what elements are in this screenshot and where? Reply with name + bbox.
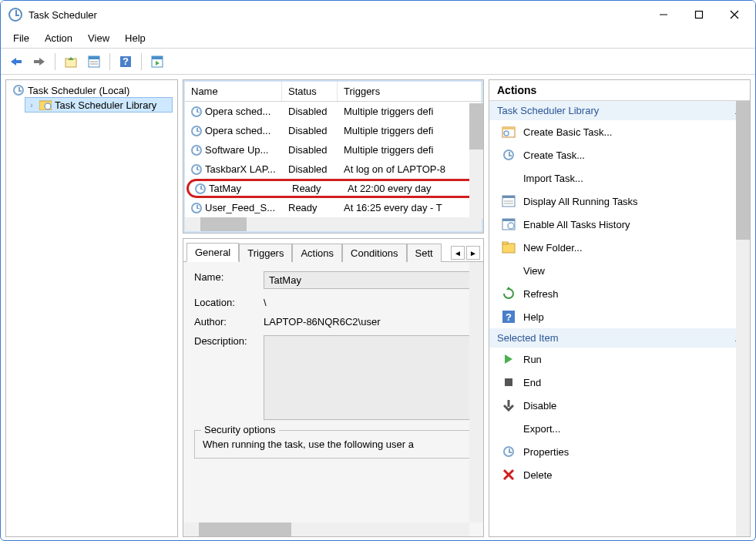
action-new-folder[interactable]: New Folder... <box>489 236 750 259</box>
details-vscroll[interactable] <box>469 262 483 523</box>
tree-pane: Task Scheduler (Local) › Task Scheduler … <box>5 79 178 537</box>
tree-root-label: Task Scheduler (Local) <box>28 85 129 96</box>
create-task-icon <box>502 148 516 162</box>
export-icon <box>502 422 516 435</box>
task-list-vscroll[interactable] <box>469 103 483 219</box>
action-run[interactable]: Run <box>489 348 750 371</box>
tab-nav-left[interactable]: ◄ <box>451 246 465 260</box>
action-refresh[interactable]: Refresh <box>489 282 750 305</box>
tab-nav-right[interactable]: ► <box>466 246 480 260</box>
action-help[interactable]: ? Help <box>489 305 750 328</box>
stop-icon <box>502 375 516 389</box>
properties-icon <box>502 445 516 459</box>
actions-vscroll[interactable] <box>736 101 750 536</box>
action-end[interactable]: End <box>489 371 750 394</box>
tree-library-label: Task Scheduler Library <box>55 99 156 111</box>
description-field[interactable] <box>264 335 472 420</box>
tab-actions[interactable]: Actions <box>292 244 342 262</box>
svg-point-16 <box>45 103 51 109</box>
location-value: \ <box>264 297 472 308</box>
disable-icon <box>502 398 516 412</box>
window-title: Task Scheduler <box>29 9 646 21</box>
view-icon <box>502 264 516 277</box>
security-legend: Security options <box>201 424 279 435</box>
action-enable-history[interactable]: Enable All Tasks History <box>489 213 750 236</box>
help-button[interactable]: ? <box>115 52 136 72</box>
run-button[interactable] <box>146 52 168 72</box>
security-options-group: Security options When running the task, … <box>194 430 472 459</box>
task-icon <box>191 164 202 175</box>
svg-rect-25 <box>502 219 515 221</box>
clock-icon <box>12 84 25 96</box>
col-triggers[interactable]: Triggers <box>338 82 482 101</box>
svg-rect-21 <box>502 196 515 198</box>
menu-action[interactable]: Action <box>37 30 80 46</box>
task-row[interactable]: Opera sched... Disabled Multiple trigger… <box>185 121 482 140</box>
back-button[interactable] <box>5 52 27 72</box>
col-status[interactable]: Status <box>282 82 338 101</box>
toolbar: ? <box>1 49 755 75</box>
security-text: When running the task, use the following… <box>203 439 464 450</box>
task-details: General Triggers Actions Conditions Sett… <box>183 238 484 537</box>
wizard-icon <box>502 125 516 139</box>
actions-section-selected[interactable]: Selected Item ▲ <box>489 328 750 348</box>
action-delete[interactable]: Delete <box>489 463 750 486</box>
description-label: Description: <box>194 335 264 422</box>
tab-triggers[interactable]: Triggers <box>239 244 292 262</box>
task-list-header: Name Status Triggers <box>185 82 482 102</box>
menu-view[interactable]: View <box>80 30 117 46</box>
help-icon: ? <box>502 310 516 324</box>
task-list-hscroll[interactable] <box>185 217 482 231</box>
up-button[interactable] <box>60 52 82 72</box>
action-disable[interactable]: Disable <box>489 394 750 417</box>
main-area: Task Scheduler (Local) › Task Scheduler … <box>1 75 755 541</box>
expand-icon[interactable]: › <box>27 101 36 109</box>
action-view[interactable]: View ▶ <box>489 259 750 282</box>
task-row[interactable]: TaskbarX LAP... Disabled At log on of LA… <box>185 160 482 179</box>
action-create-basic-task[interactable]: Create Basic Task... <box>489 120 750 143</box>
center-pane: Name Status Triggers Opera sched... Disa… <box>183 79 484 537</box>
task-row-highlighted[interactable]: TatMay Ready At 22:00 every day <box>186 179 480 198</box>
task-row[interactable]: User_Feed_S... Ready At 16:25 every day … <box>185 198 482 217</box>
actions-section-library[interactable]: Task Scheduler Library ▲ <box>489 101 750 120</box>
svg-rect-14 <box>152 56 163 59</box>
properties-button[interactable] <box>83 52 105 72</box>
tree-root[interactable]: Task Scheduler (Local) <box>11 83 173 97</box>
name-label: Name: <box>194 271 264 289</box>
name-field[interactable]: TatMay <box>264 271 472 289</box>
maximize-button[interactable] <box>681 2 717 27</box>
svg-text:?: ? <box>506 311 512 323</box>
minimize-button[interactable] <box>646 2 681 27</box>
tab-settings[interactable]: Sett <box>407 244 442 262</box>
toolbar-separator-2 <box>109 53 110 70</box>
menu-bar: File Action View Help <box>1 29 755 49</box>
title-bar: Task Scheduler <box>1 1 755 29</box>
details-hscroll[interactable] <box>183 523 469 536</box>
play-icon <box>502 352 516 366</box>
tab-conditions[interactable]: Conditions <box>342 244 406 262</box>
app-clock-icon <box>8 8 22 22</box>
action-display-running[interactable]: Display All Running Tasks <box>489 190 750 213</box>
author-value: LAPTOP-86NQR6C2\user <box>264 316 472 328</box>
menu-file[interactable]: File <box>5 30 37 46</box>
action-export[interactable]: Export... <box>489 417 750 440</box>
tree-library[interactable]: › Task Scheduler Library <box>25 97 173 113</box>
action-import-task[interactable]: Import Task... <box>489 166 750 190</box>
task-row[interactable]: Software Up... Disabled Multiple trigger… <box>185 140 482 160</box>
actions-header: Actions <box>489 80 750 101</box>
details-tabs: General Triggers Actions Conditions Sett… <box>183 239 483 262</box>
tab-general[interactable]: General <box>186 243 239 262</box>
menu-help[interactable]: Help <box>117 30 153 46</box>
task-list: Name Status Triggers Opera sched... Disa… <box>183 79 484 234</box>
col-name[interactable]: Name <box>185 82 282 101</box>
task-row[interactable]: Opera sched... Disabled Multiple trigger… <box>185 102 482 121</box>
toolbar-separator-3 <box>141 53 142 70</box>
close-button[interactable] <box>717 2 752 27</box>
running-tasks-icon <box>502 194 516 208</box>
refresh-icon <box>502 287 516 301</box>
folder-icon <box>502 240 516 254</box>
action-properties[interactable]: Properties <box>489 440 750 463</box>
svg-rect-5 <box>34 60 40 63</box>
forward-button[interactable] <box>29 52 50 72</box>
action-create-task[interactable]: Create Task... <box>489 143 750 166</box>
